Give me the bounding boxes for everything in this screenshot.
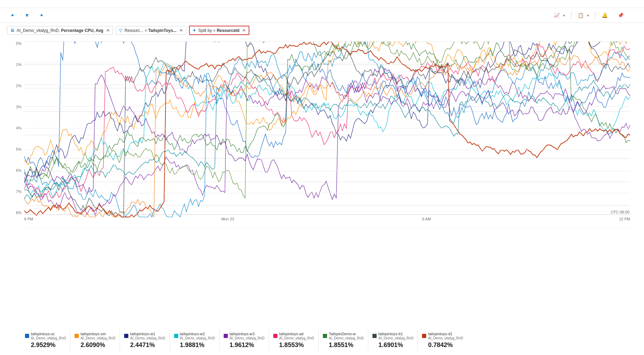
legend-item: tailspintoys-w1AI_Demo_vitalyg_RnD 2.447… <box>120 330 170 351</box>
legend-value: 1.6901% <box>372 341 413 349</box>
legend-item: tailspintoys-w2AI_Demo_vitalyg_RnD 1.988… <box>170 330 220 351</box>
legend-series-name: tailspintoys-w1AI_Demo_vitalyg_RnD <box>130 332 165 340</box>
y-label-2: 2% <box>7 84 24 88</box>
legend-color-swatch <box>75 334 79 338</box>
toolbar-left: ✦ ▼ ✦ <box>7 11 49 20</box>
split-chip-text: Split by = ResourceId <box>198 28 239 33</box>
add-metric-icon: ✦ <box>10 12 15 18</box>
alert-icon: 🔔 <box>602 12 608 18</box>
pin-icon: 📌 <box>618 12 624 18</box>
legend-value: 0.7842% <box>422 341 463 349</box>
drill-logs-icon: 📋 <box>578 12 584 18</box>
legend-series-name: tailspintoys-b1AI_Demo_vitalyg_RnD <box>378 332 413 340</box>
split-chip: ✦ Split by = ResourceId ✕ <box>189 26 249 35</box>
grid-line-3 <box>24 150 630 150</box>
legend-label-row: tailspintoys-w2AI_Demo_vitalyg_RnD <box>174 332 215 340</box>
x-label-12pm: 12 PM <box>619 217 630 221</box>
split-chip-icon: ✦ <box>192 28 196 33</box>
legend-color-swatch <box>372 334 377 338</box>
legend-value: 1.8551% <box>323 341 364 349</box>
nav-right-button[interactable] <box>634 177 644 187</box>
legend-series-name: tailspintoys-adAI_Demo_vitalyg_RnD <box>279 332 314 340</box>
legend-item: tailspintoys-b1AI_Demo_vitalyg_RnD 1.690… <box>368 330 418 351</box>
legend-label-row: tailspintoys-omAI_Demo_vitalyg_RnD <box>75 332 115 340</box>
more-options-button[interactable] <box>630 14 637 17</box>
legend-item: tailspintoys-scAI_Demo_vitalyg_RnD 2.952… <box>21 330 70 351</box>
filter-icon: ▼ <box>25 12 29 18</box>
grid-line-4 <box>24 128 630 128</box>
filter-chip-close[interactable]: ✕ <box>179 28 183 33</box>
legend-label-row: tailspintoys-scAI_Demo_vitalyg_RnD <box>25 332 66 340</box>
toolbar-right: 📈 ▾ 📋 ▾ 🔔 📌 <box>550 11 637 20</box>
legend-item: tailspintoys-adAI_Demo_vitalyg_RnD 1.855… <box>269 330 319 351</box>
legend-value: 1.8553% <box>273 341 314 349</box>
metric-chip-close[interactable]: ✕ <box>106 28 110 33</box>
legend-color-swatch <box>25 334 29 338</box>
x-axis: 6 PM Mon 23 6 AM 12 PM <box>24 215 630 229</box>
pin-to-dashboard-button[interactable]: 📌 <box>614 11 629 20</box>
new-alert-rule-button[interactable]: 🔔 <box>598 11 613 20</box>
legend-label-row: tailspintoys-adAI_Demo_vitalyg_RnD <box>273 332 314 340</box>
grid-line-7 <box>24 63 630 63</box>
filter-chip-icon: ▽ <box>119 28 122 33</box>
legend-label-row: tailspintoys-w3AI_Demo_vitalyg_RnD <box>224 332 265 340</box>
legend-color-swatch <box>422 334 426 338</box>
line-chart-button[interactable]: 📈 ▾ <box>550 11 568 20</box>
y-label-4: 4% <box>7 126 24 130</box>
filter-chip-text: Resourc... = TailspinToys... <box>124 28 177 33</box>
legend-color-swatch <box>323 334 327 338</box>
legend-label-row: tailspintoys-w1AI_Demo_vitalyg_RnD <box>124 332 165 340</box>
chart-container: 8% 7% 6% 5% 4% 3% 2% 1% 0% <box>7 41 637 229</box>
x-label-6pm: 6 PM <box>24 217 33 221</box>
legend-value: 1.9881% <box>174 341 215 349</box>
chart-area: 8% 7% 6% 5% 4% 3% 2% 1% 0% <box>0 38 644 326</box>
chart-plot <box>24 41 630 215</box>
y-label-6: 6% <box>7 168 24 172</box>
legend: tailspintoys-scAI_Demo_vitalyg_RnD 2.952… <box>0 326 644 355</box>
header <box>0 0 644 8</box>
grid-line-2 <box>24 171 630 171</box>
monitor-icon: 🖥 <box>10 28 15 33</box>
drill-into-logs-button[interactable]: 📋 ▾ <box>574 11 592 20</box>
legend-item: tailspintoys-w3AI_Demo_vitalyg_RnD 1.961… <box>220 330 269 351</box>
add-metric-button[interactable]: ✦ <box>7 11 20 20</box>
legend-value: 2.6090% <box>75 341 115 349</box>
nav-left-button[interactable] <box>0 177 10 187</box>
y-axis: 8% 7% 6% 5% 4% 3% 2% 1% 0% <box>7 41 24 215</box>
split-icon: ✦ <box>40 12 44 18</box>
legend-value: 1.9612% <box>224 341 265 349</box>
legend-series-name: tailspintoys-w2AI_Demo_vitalyg_RnD <box>180 332 215 340</box>
toolbar-divider-1 <box>571 12 572 19</box>
add-filter-button[interactable]: ▼ <box>21 11 35 20</box>
legend-color-swatch <box>224 334 228 338</box>
legend-color-swatch <box>273 334 277 338</box>
legend-item: TailspinDemo-wAI_Demo_vitalyg_RnD 1.8551… <box>319 330 368 351</box>
legend-item: tailspintoys-d1AI_Demo_vitalyg_RnD 0.784… <box>418 330 467 351</box>
filter-chip: ▽ Resourc... = TailspinToys... ✕ <box>116 26 186 35</box>
line-chart-chevron: ▾ <box>563 14 565 17</box>
legend-series-name: tailspintoys-d1AI_Demo_vitalyg_RnD <box>428 332 463 340</box>
drill-logs-chevron: ▾ <box>587 14 589 17</box>
y-label-8: 8% <box>7 211 24 215</box>
legend-color-swatch <box>174 334 178 338</box>
split-chip-close[interactable]: ✕ <box>242 28 246 33</box>
metric-chip: 🖥 AI_Demo_vitalyg_RnD, Percentage CPU, A… <box>7 26 113 35</box>
x-label-mon23: Mon 23 <box>221 217 234 221</box>
utc-label: UTC-08:00 <box>611 210 629 214</box>
main-page: ✦ ▼ ✦ 📈 ▾ 📋 ▾ <box>0 0 644 355</box>
grid-line-6 <box>24 85 630 85</box>
grid-line-5 <box>24 106 630 107</box>
chips-row: 🖥 AI_Demo_vitalyg_RnD, Percentage CPU, A… <box>0 23 644 38</box>
legend-series-name: tailspintoys-scAI_Demo_vitalyg_RnD <box>31 332 66 340</box>
grid-line-8 <box>24 41 630 42</box>
toolbar-divider-2 <box>595 12 595 19</box>
legend-item: tailspintoys-omAI_Demo_vitalyg_RnD 2.609… <box>70 330 120 351</box>
legend-series-name: tailspintoys-omAI_Demo_vitalyg_RnD <box>80 332 115 340</box>
legend-value: 2.4471% <box>124 341 165 349</box>
y-label-1: 1% <box>7 62 24 67</box>
apply-splitting-button[interactable]: ✦ <box>36 11 49 20</box>
line-chart-icon: 📈 <box>554 12 560 18</box>
legend-label-row: TailspinDemo-wAI_Demo_vitalyg_RnD <box>323 332 364 340</box>
legend-value: 2.9529% <box>25 341 66 349</box>
legend-label-row: tailspintoys-d1AI_Demo_vitalyg_RnD <box>422 332 463 340</box>
